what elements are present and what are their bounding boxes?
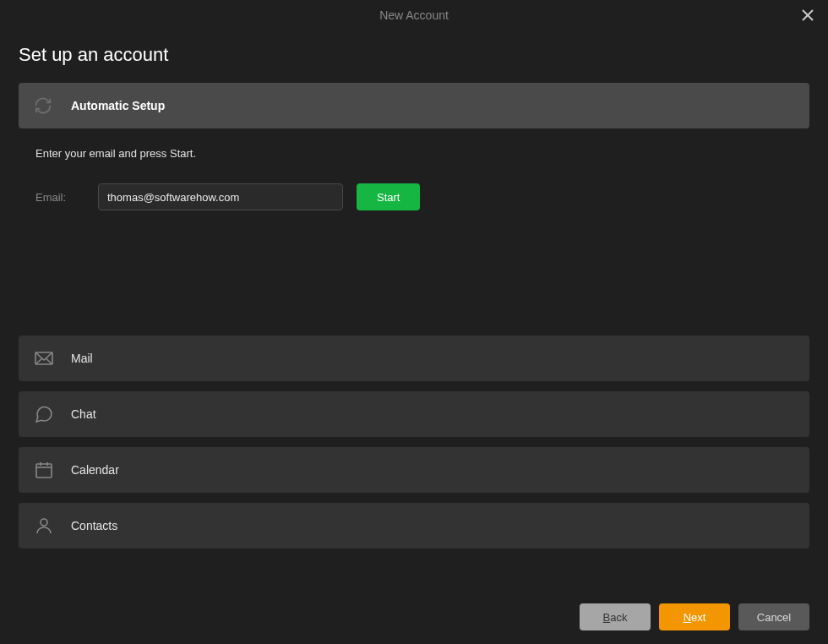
option-contacts[interactable]: Contacts bbox=[19, 503, 809, 548]
option-calendar[interactable]: Calendar bbox=[19, 447, 809, 493]
svg-line-4 bbox=[46, 358, 52, 364]
chat-icon bbox=[34, 404, 64, 424]
option-chat[interactable]: Chat bbox=[19, 391, 809, 437]
automatic-setup-label: Automatic Setup bbox=[71, 99, 165, 112]
refresh-icon bbox=[34, 96, 64, 115]
contacts-icon bbox=[34, 516, 64, 536]
option-mail-label: Mail bbox=[71, 352, 93, 365]
cancel-button[interactable]: Cancel bbox=[738, 603, 809, 630]
titlebar: New Account bbox=[0, 0, 828, 30]
instructions-text: Enter your email and press Start. bbox=[35, 147, 809, 160]
email-form-row: Email: Start bbox=[35, 183, 809, 210]
option-mail[interactable]: Mail bbox=[19, 336, 809, 381]
svg-rect-5 bbox=[36, 464, 52, 478]
svg-point-15 bbox=[41, 519, 47, 526]
email-input[interactable] bbox=[98, 183, 343, 210]
option-calendar-label: Calendar bbox=[71, 463, 119, 477]
close-icon[interactable] bbox=[798, 5, 818, 25]
calendar-icon bbox=[34, 460, 64, 480]
svg-line-3 bbox=[35, 358, 42, 364]
page-title: Set up an account bbox=[19, 44, 809, 66]
option-contacts-label: Contacts bbox=[71, 519, 117, 532]
email-label: Email: bbox=[35, 191, 84, 204]
next-button[interactable]: Next bbox=[659, 603, 730, 630]
start-button[interactable]: Start bbox=[357, 183, 420, 210]
back-button[interactable]: Back bbox=[580, 603, 651, 630]
option-chat-label: Chat bbox=[71, 407, 96, 421]
footer-buttons: Back Next Cancel bbox=[580, 603, 809, 630]
automatic-setup-card[interactable]: Automatic Setup bbox=[19, 83, 809, 128]
mail-icon bbox=[34, 348, 64, 368]
window-title: New Account bbox=[379, 8, 449, 22]
